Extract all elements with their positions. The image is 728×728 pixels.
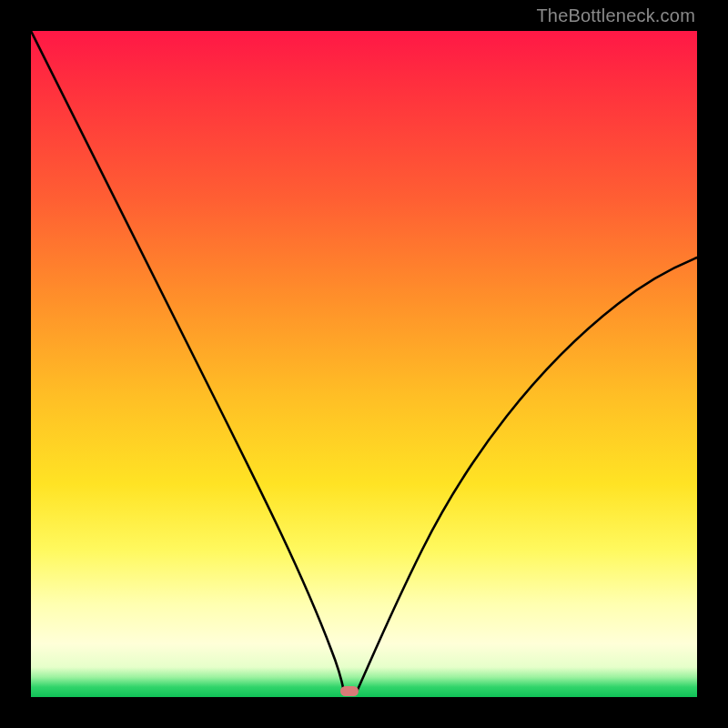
chart-frame: TheBottleneck.com (0, 0, 728, 728)
curve-left-branch (31, 31, 344, 692)
optimal-marker (340, 686, 359, 696)
watermark-text: TheBottleneck.com (536, 5, 695, 26)
bottleneck-curve (31, 31, 697, 697)
curve-right-branch (357, 258, 697, 692)
